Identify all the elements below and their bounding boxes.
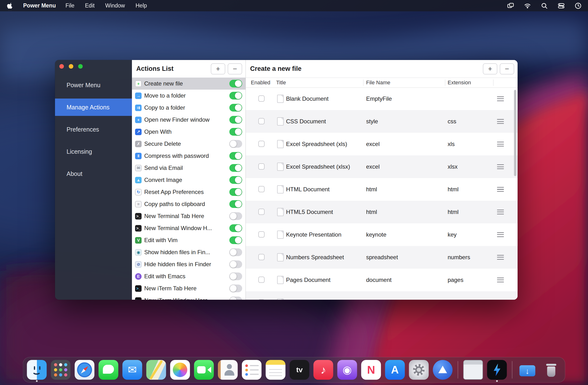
menu-file[interactable]: File [65,2,74,9]
enabled-checkbox[interactable] [258,209,265,215]
minimize-button[interactable] [69,64,73,69]
action-toggle[interactable] [229,285,242,292]
dock-appstore-icon[interactable] [385,360,405,380]
row-handle-icon[interactable] [497,187,504,192]
row-handle-icon[interactable] [497,164,504,169]
file-row[interactable]: CSS Documentstylecss [246,110,518,133]
enabled-checkbox[interactable] [258,231,265,238]
action-toggle[interactable] [229,212,242,220]
action-toggle[interactable] [229,224,242,232]
enabled-checkbox[interactable] [258,254,265,260]
column-title[interactable]: Title [276,79,286,86]
dock-podcasts-icon[interactable] [337,360,357,380]
action-toggle[interactable] [229,176,242,184]
enabled-checkbox[interactable] [258,163,265,170]
dock-maps-icon[interactable] [147,360,166,380]
action-row[interactable]: >_New iTerm Tab Here [132,282,246,294]
file-row[interactable]: Pages Documentdocumentpages [246,269,518,291]
row-handle-icon[interactable] [497,142,504,147]
scrollbar[interactable] [514,90,516,176]
action-toggle[interactable] [229,104,242,112]
action-row[interactable]: ▲Convert Image [132,174,246,186]
action-row[interactable]: →Move to a folder [132,90,246,102]
row-handle-icon[interactable] [497,232,504,237]
add-action-button[interactable]: + [211,63,225,75]
action-row[interactable]: EEdit with Emacs [132,270,246,282]
file-row[interactable]: Excel Spreadsheet (xls)excelxls [246,133,518,155]
file-row[interactable]: HTML Documenthtmlhtml [246,178,518,201]
dock-reminders-icon[interactable] [242,360,262,380]
action-row[interactable]: ◉Show hidden files in Fin... [132,246,246,258]
dock-notes-icon[interactable] [266,360,286,380]
action-row[interactable]: +Open new Finder window [132,114,246,126]
action-row[interactable]: >_New Terminal Window H... [132,222,246,234]
file-row[interactable]: Excel Spreadsheet (xlsx)excelxlsx [246,155,518,178]
sidebar-item-licensing[interactable]: Licensing [55,143,132,160]
action-toggle[interactable] [229,152,242,160]
sidebar-item-about[interactable]: About [55,165,132,182]
file-row[interactable]: HTML5 Documenthtmlhtml [246,201,518,223]
dock-music-icon[interactable] [314,360,333,380]
file-row[interactable]: Blank DocumentEmptyFile [246,87,518,110]
remove-file-button[interactable]: − [500,63,514,75]
remove-action-button[interactable]: − [228,63,242,75]
dock-tv-icon[interactable] [290,360,309,380]
action-toggle[interactable] [229,272,242,280]
action-row[interactable]: >_New Terminal Tab Here [132,210,246,222]
column-enabled[interactable]: Enabled [251,79,270,86]
action-toggle[interactable] [229,140,242,148]
dock-messages-icon[interactable] [99,360,118,380]
column-extension[interactable]: Extension [448,79,471,86]
action-toggle[interactable] [229,188,242,196]
action-toggle[interactable] [229,80,242,87]
action-toggle[interactable] [229,116,242,124]
action-row[interactable]: +Create new file [132,77,246,90]
row-handle-icon[interactable] [497,255,504,260]
action-row[interactable]: ↻Reset App Preferences [132,186,246,198]
row-handle-icon[interactable] [497,96,504,101]
menu-app-name[interactable]: Power Menu [23,2,56,9]
enabled-checkbox[interactable] [258,118,265,124]
file-row[interactable]: Numbers Spreadsheetspreadsheetnumbers [246,246,518,269]
close-button[interactable] [59,64,64,69]
menu-edit[interactable]: Edit [85,2,95,9]
menu-window[interactable]: Window [105,2,125,9]
row-handle-icon[interactable] [497,210,504,214]
action-row[interactable]: ‖Compress with password [132,150,246,162]
action-toggle[interactable] [229,248,242,256]
menu-help[interactable]: Help [136,2,147,9]
dock-settings-icon[interactable] [409,360,429,380]
action-toggle[interactable] [229,128,242,136]
action-row[interactable]: ✗Secure Delete [132,138,246,150]
action-toggle[interactable] [229,297,242,300]
file-row[interactable]: Keynote Presentationkeynotekey [246,223,518,246]
action-row[interactable]: ≡Copy paths to clipboard [132,198,246,210]
row-handle-icon[interactable] [497,119,504,124]
action-toggle[interactable] [229,92,242,99]
dock-window-thumb-icon[interactable] [463,360,483,380]
dock-photos-icon[interactable] [170,360,190,380]
windows-icon[interactable] [507,2,514,9]
control-center-icon[interactable] [558,2,565,9]
dock-contacts-icon[interactable] [218,360,238,380]
enabled-checkbox[interactable] [258,141,265,147]
sidebar-item-preferences[interactable]: Preferences [55,121,132,138]
dock-facetime-icon[interactable] [194,360,214,380]
action-row[interactable]: ⇉Copy to a folder [132,102,246,114]
dock-powermenu-icon[interactable] [433,360,453,380]
enabled-checkbox[interactable] [258,277,265,283]
dock-safari-icon[interactable] [75,360,95,380]
dock-lightning-icon[interactable] [487,360,507,380]
enabled-checkbox[interactable] [258,96,265,102]
dock-trash-icon[interactable] [542,360,561,380]
clock-icon[interactable] [574,2,582,9]
action-row[interactable]: ↗Open With [132,126,246,138]
action-row[interactable]: ✉Send via Email [132,162,246,174]
sidebar-item-power-menu[interactable]: Power Menu [55,76,132,94]
dock-finder-icon[interactable] [27,360,47,380]
action-row[interactable]: ⊘Hide hidden files in Finder [132,258,246,270]
dock-mail-icon[interactable] [123,360,142,380]
action-toggle[interactable] [229,260,242,268]
zoom-button[interactable] [78,64,83,69]
column-file-name[interactable]: File Name [366,79,390,86]
